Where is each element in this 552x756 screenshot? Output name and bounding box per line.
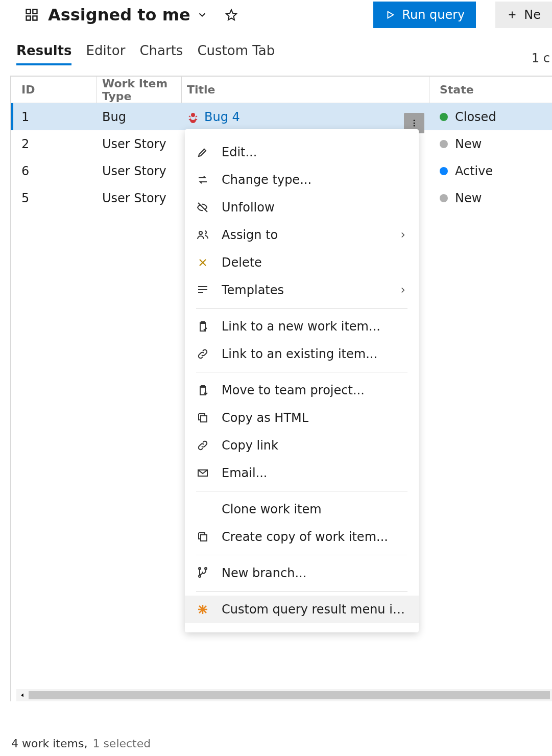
cell-state: Closed xyxy=(429,110,552,124)
menu-item-label: Email... xyxy=(222,466,407,480)
menu-item-label: Copy link xyxy=(222,438,407,453)
cell-id: 5 xyxy=(11,191,97,205)
delete-icon xyxy=(196,256,209,269)
tab-results[interactable]: Results xyxy=(16,40,71,65)
horizontal-scrollbar[interactable] xyxy=(16,689,552,701)
branch-icon xyxy=(196,566,209,580)
state-text: New xyxy=(455,137,482,151)
mail-icon xyxy=(196,466,209,480)
new-item-button[interactable]: Ne xyxy=(495,2,552,28)
cell-title: Bug 4 xyxy=(182,110,429,124)
link-icon xyxy=(196,439,209,452)
menu-item-label: Assign to xyxy=(222,228,386,242)
edit-icon xyxy=(196,146,209,159)
cell-id: 1 xyxy=(11,110,97,124)
triangle-left-icon xyxy=(19,692,26,699)
state-dot-icon xyxy=(440,113,448,121)
menu-separator xyxy=(196,308,407,309)
menu-item-label: Unfollow xyxy=(222,200,407,215)
menu-separator xyxy=(196,372,407,372)
play-icon xyxy=(385,9,396,20)
cell-state: New xyxy=(429,191,552,205)
swap-icon xyxy=(196,173,209,186)
state-dot-icon xyxy=(440,167,448,175)
tab-custom-tab[interactable]: Custom Tab xyxy=(197,40,275,65)
chevron-right-icon xyxy=(398,286,407,295)
tabs-bar: ResultsEditorChartsCustom Tab 1 c xyxy=(0,30,552,65)
query-title-dropdown[interactable]: Assigned to me xyxy=(48,5,208,25)
cell-type: User Story xyxy=(97,164,182,178)
menu-separator xyxy=(196,591,407,592)
menu-item-unfollow[interactable]: Unfollow xyxy=(185,194,419,221)
menu-item-email[interactable]: Email... xyxy=(185,459,419,487)
context-menu: Edit...Change type...UnfollowAssign toDe… xyxy=(185,129,419,632)
plus-icon xyxy=(507,9,518,20)
cell-id: 2 xyxy=(11,137,97,151)
tab-editor[interactable]: Editor xyxy=(86,40,125,65)
eye-off-icon xyxy=(196,201,209,214)
menu-item-new-branch[interactable]: New branch... xyxy=(185,559,419,587)
cell-type: User Story xyxy=(97,191,182,205)
menu-item-edit[interactable]: Edit... xyxy=(185,138,419,166)
cell-type: User Story xyxy=(97,137,182,151)
state-text: New xyxy=(455,191,482,205)
cell-state: New xyxy=(429,137,552,151)
table-row[interactable]: 1BugBug 4Closed xyxy=(11,103,552,130)
menu-item-link-to-a-new-work-item[interactable]: Link to a new work item... xyxy=(185,313,419,340)
menu-item-templates[interactable]: Templates xyxy=(185,276,419,304)
menu-item-delete[interactable]: Delete xyxy=(185,249,419,276)
menu-item-copy-link[interactable]: Copy link xyxy=(185,432,419,459)
scroll-thumb[interactable] xyxy=(29,691,550,699)
menu-item-label: Create copy of work item... xyxy=(222,530,407,544)
menu-item-label: Clone work item xyxy=(222,502,407,516)
cell-type: Bug xyxy=(97,110,182,124)
clip-check-icon xyxy=(196,320,209,333)
menu-item-custom-query-result-menu-item[interactable]: Custom query result menu item xyxy=(185,596,419,623)
column-header-type[interactable]: Work Item Type xyxy=(97,77,182,103)
menu-item-clone-work-item[interactable]: Clone work item xyxy=(185,495,419,523)
new-item-label: Ne xyxy=(524,8,541,22)
copy-icon xyxy=(196,530,209,544)
menu-item-create-copy-of-work-item[interactable]: Create copy of work item... xyxy=(185,523,419,551)
menu-item-label: Change type... xyxy=(222,173,407,187)
clip-arrow-icon xyxy=(196,384,209,397)
copy-icon xyxy=(196,411,209,424)
menu-item-change-type[interactable]: Change type... xyxy=(185,166,419,194)
tab-charts[interactable]: Charts xyxy=(139,40,183,65)
query-title: Assigned to me xyxy=(48,5,190,25)
menu-item-copy-as-html[interactable]: Copy as HTML xyxy=(185,404,419,432)
menu-item-move-to-team-project[interactable]: Move to team project... xyxy=(185,376,419,404)
page-header: Assigned to me Run query Ne xyxy=(0,0,552,30)
menu-item-label: Delete xyxy=(222,255,407,270)
asterisk-icon xyxy=(196,603,209,616)
blank-icon xyxy=(196,503,209,516)
menu-item-link-to-an-existing-item[interactable]: Link to an existing item... xyxy=(185,340,419,368)
link-icon xyxy=(196,347,209,361)
menu-item-assign-to[interactable]: Assign to xyxy=(185,221,419,249)
menu-separator xyxy=(196,491,407,491)
chevron-right-icon xyxy=(398,230,407,240)
favorite-star-icon[interactable] xyxy=(225,9,237,21)
menu-item-label: Link to an existing item... xyxy=(222,347,407,361)
menu-separator xyxy=(196,555,407,555)
result-count-text: 1 c xyxy=(532,51,552,65)
selection-count-text: 1 selected xyxy=(92,737,151,750)
status-bar: 4 work items, 1 selected xyxy=(11,737,151,750)
chevron-down-icon xyxy=(197,9,208,20)
column-header-id[interactable]: ID xyxy=(11,77,97,103)
menu-item-label: New branch... xyxy=(222,566,407,580)
work-item-title-link[interactable]: Bug 4 xyxy=(204,110,240,124)
column-header-title[interactable]: Title xyxy=(182,77,429,103)
run-query-button[interactable]: Run query xyxy=(373,2,476,28)
scroll-left-arrow[interactable] xyxy=(16,689,29,701)
menu-item-label: Edit... xyxy=(222,145,407,159)
column-header-state[interactable]: State xyxy=(429,77,552,103)
template-icon xyxy=(196,284,209,297)
state-text: Closed xyxy=(455,110,496,124)
state-dot-icon xyxy=(440,140,448,148)
menu-item-label: Templates xyxy=(222,283,386,297)
more-vertical-icon xyxy=(410,119,419,128)
menu-item-label: Move to team project... xyxy=(222,383,407,397)
bug-icon xyxy=(187,111,199,123)
run-query-label: Run query xyxy=(402,8,465,22)
